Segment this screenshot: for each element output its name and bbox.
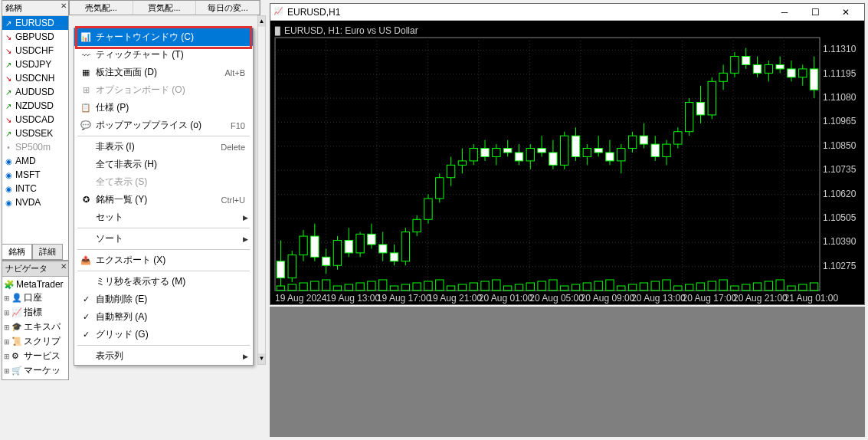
minimize-button[interactable]: ─ — [769, 5, 800, 20]
svg-rect-179 — [788, 69, 795, 77]
nav-label: スクリプ — [24, 335, 61, 348]
svg-rect-168 — [742, 284, 750, 291]
menu-item[interactable]: 📊チャートウインドウ (C) — [74, 28, 253, 46]
menu-item[interactable]: 非表示 (I)Delete — [74, 138, 253, 156]
menu-item[interactable]: 📋仕様 (P) — [74, 99, 253, 117]
svg-rect-116 — [549, 153, 557, 165]
svg-rect-182 — [799, 69, 807, 77]
menu-label: 表示列 — [93, 350, 243, 363]
area-below-chart — [270, 307, 865, 437]
menu-item[interactable]: 💬ポップアッププライス (o)F10 — [74, 117, 253, 134]
svg-rect-155 — [696, 103, 704, 115]
symbol-row-usdchf[interactable]: ↘USDCHF — [2, 44, 68, 57]
scroll-up-icon[interactable]: ▲ — [258, 16, 265, 27]
svg-rect-66 — [356, 283, 364, 291]
svg-rect-131 — [606, 153, 614, 161]
menu-item[interactable]: ✪銘柄一覧 (Y)Ctrl+U — [74, 191, 253, 209]
symbol-direction-icon: ↘ — [4, 46, 13, 55]
chart-caption-text: EURUSD, H1: Euro vs US Dollar — [284, 25, 418, 36]
tab-symbols[interactable]: 銘柄 — [2, 244, 32, 260]
col-bid[interactable]: 売気配... — [70, 1, 133, 15]
chart-caption-icon: ▉ — [275, 27, 281, 35]
svg-rect-68 — [368, 234, 375, 245]
svg-rect-177 — [776, 280, 784, 291]
nav-icon: 👤 — [11, 293, 22, 303]
menu-item[interactable]: ✓自動削除 (E) — [74, 291, 253, 308]
expand-icon[interactable]: ⊞ — [4, 294, 11, 302]
nav-item[interactable]: ⊞📜スクリプ — [4, 334, 67, 349]
svg-rect-113 — [538, 149, 545, 153]
menu-item[interactable]: 全て非表示 (H) — [74, 156, 253, 173]
symbol-row-intc[interactable]: ◉INTC — [2, 182, 68, 195]
symbol-row-nzdusd[interactable]: ↗NZDUSD — [2, 99, 68, 113]
menu-item[interactable]: 表示列▶ — [74, 347, 253, 365]
menu-item[interactable]: セット▶ — [74, 209, 253, 226]
scroll-down-icon[interactable]: ▼ — [258, 353, 265, 364]
symbol-row-eurusd[interactable]: ↗EURUSD — [2, 16, 68, 30]
menu-item[interactable]: ミリ秒を表示する (M) — [74, 273, 253, 291]
symbol-row-usdcnh[interactable]: ↘USDCNH — [2, 71, 68, 85]
menu-item[interactable]: ✓グリッド (G) — [74, 326, 253, 343]
nav-item[interactable]: ⊞🛒マーケッ — [4, 363, 67, 378]
menu-item[interactable]: ▦板注文画面 (D)Alt+B — [74, 64, 253, 81]
nav-item[interactable]: ⊞🎓エキスパ — [4, 320, 67, 334]
symbol-row-usdcad[interactable]: ↘USDCAD — [2, 113, 68, 126]
tab-details[interactable]: 詳細 — [32, 244, 63, 260]
menu-item[interactable]: ソート▶ — [74, 230, 253, 248]
svg-rect-101 — [493, 149, 500, 157]
expand-icon[interactable]: ⊞ — [4, 353, 11, 360]
symbols-panel: 銘柄 ✕ ↗EURUSD↘GBPUSD↘USDCHF↗USDJPY↘USDCNH… — [2, 0, 69, 261]
symbol-row-gbpusd[interactable]: ↘GBPUSD — [2, 30, 68, 44]
close-button[interactable]: ✕ — [830, 5, 861, 20]
svg-rect-107 — [515, 153, 522, 161]
nav-item[interactable]: ⊞📈指標 — [4, 305, 67, 320]
symbol-row-usdsek[interactable]: ↗USDSEK — [2, 126, 68, 140]
chart-area[interactable]: ▉ EURUSD, H1: Euro vs US Dollar 1.102751… — [270, 21, 864, 304]
symbol-row-amd[interactable]: ◉AMD — [2, 154, 68, 168]
expand-icon[interactable]: ⊞ — [4, 367, 11, 375]
nav-root-label: MetaTrader — [16, 279, 64, 290]
symbol-direction-icon: ↘ — [4, 115, 13, 124]
svg-rect-57 — [322, 280, 329, 291]
menu-item[interactable]: 〰ティックチャート (T) — [74, 46, 253, 64]
expand-icon[interactable]: ⊞ — [4, 338, 11, 346]
svg-rect-74 — [390, 253, 398, 261]
col-change[interactable]: 毎日の変... — [196, 1, 260, 15]
nav-root[interactable]: 🧩 MetaTrader — [4, 278, 67, 291]
menu-item[interactable]: 📤エクスポート (X) — [74, 251, 253, 269]
nav-item[interactable]: ⊞👤口座 — [4, 291, 67, 305]
svg-rect-62 — [345, 241, 352, 253]
symbol-row-sp500m[interactable]: •SP500m — [2, 140, 68, 154]
maximize-button[interactable]: ☐ — [800, 5, 830, 20]
svg-rect-167 — [742, 57, 750, 65]
chart-titlebar[interactable]: 📈 EURUSD,H1 ─ ☐ ✕ — [270, 4, 864, 21]
symbol-name: INTC — [15, 183, 37, 194]
chart-window-icon: 📈 — [274, 7, 284, 18]
symbols-close-icon[interactable]: ✕ — [61, 2, 67, 10]
symbol-row-audusd[interactable]: ↗AUDUSD — [2, 85, 68, 99]
svg-rect-137 — [628, 136, 636, 148]
menu-label: ミリ秒を表示する (M) — [93, 275, 248, 288]
menu-item[interactable]: ✓自動整列 (A) — [74, 308, 253, 326]
symbol-row-msft[interactable]: ◉MSFT — [2, 168, 68, 182]
svg-rect-89 — [447, 165, 454, 177]
svg-rect-162 — [719, 280, 727, 291]
symbol-row-usdjpy[interactable]: ↗USDJPY — [2, 57, 68, 71]
col-ask[interactable]: 買気配... — [133, 1, 197, 15]
menu-icon: 〰 — [79, 51, 93, 60]
svg-rect-185 — [810, 69, 817, 90]
svg-text:1.10275: 1.10275 — [823, 261, 857, 271]
symbol-direction-icon: ◉ — [4, 170, 13, 179]
expand-icon[interactable]: ⊞ — [4, 309, 11, 317]
svg-rect-50 — [300, 236, 307, 255]
scrollbar[interactable]: ▲ ▼ — [257, 15, 266, 365]
symbol-row-nvda[interactable]: ◉NVDA — [2, 195, 68, 209]
menu-label: ティックチャート (T) — [93, 48, 248, 61]
expand-icon[interactable]: ⊞ — [4, 323, 11, 331]
menu-icon: 📊 — [79, 32, 93, 42]
menu-icon: 📋 — [79, 103, 93, 113]
svg-text:1.11195: 1.11195 — [823, 68, 857, 79]
nav-item[interactable]: ⊞⚙サービス — [4, 349, 67, 363]
menu-item: 全て表示 (S) — [74, 173, 253, 191]
navigator-close-icon[interactable]: ✕ — [61, 262, 67, 271]
